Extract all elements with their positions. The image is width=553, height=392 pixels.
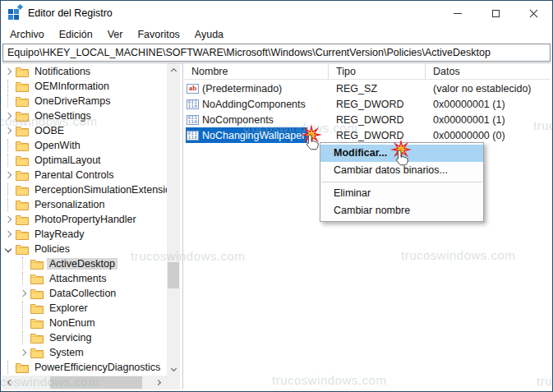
folder-icon [16, 244, 29, 255]
value-name[interactable]: NoComponents [202, 114, 274, 126]
tree-item-label[interactable]: Explorer [47, 302, 90, 314]
values-list-panel: Nombre Tipo Datos ab (Predeterminado) RE… [184, 63, 550, 389]
column-header-nombre[interactable]: Nombre [184, 63, 329, 80]
chevron-right-icon[interactable] [5, 68, 12, 75]
tree-item-label[interactable]: Policies [32, 243, 72, 255]
chevron-right-icon[interactable] [5, 172, 12, 178]
tree-item-powerefficiencydiagnostics[interactable]: PowerEfficiencyDiagnostics [2, 360, 167, 375]
chevron-right-icon[interactable] [20, 290, 26, 297]
column-header-datos[interactable]: Datos [426, 63, 550, 80]
context-menu-item-eliminar[interactable]: Eliminar [320, 185, 483, 202]
tree-item-label-selected[interactable]: ActiveDesktop [47, 258, 118, 270]
chevron-down-icon[interactable] [5, 246, 12, 252]
scroll-left-button[interactable] [2, 376, 16, 390]
folder-icon [16, 155, 29, 166]
tree-item-servicing[interactable]: Servicing [2, 330, 167, 345]
tree-item-parental-controls[interactable]: Parental Controls [2, 168, 167, 182]
tree-item-label[interactable]: NonEnum [47, 317, 98, 329]
tree-item-label[interactable]: Parental Controls [32, 169, 117, 181]
column-header-tipo[interactable]: Tipo [329, 63, 426, 80]
tree-item-openwith[interactable]: OpenWith [2, 138, 167, 153]
minimize-button[interactable] [439, 1, 477, 25]
tree-item-label[interactable]: Servicing [47, 332, 94, 344]
horizontal-scroll-thumb[interactable] [50, 376, 142, 389]
chevron-right-icon[interactable] [5, 127, 12, 134]
tree-item-system[interactable]: System [2, 345, 167, 360]
tree-item-label[interactable]: PlayReady [32, 228, 86, 240]
tree-item-label[interactable]: OOBE [32, 125, 67, 136]
tree-item-label[interactable]: OneDriveRamps [32, 95, 113, 107]
tree-item-policies[interactable]: Policies [2, 242, 167, 256]
menu-favoritos[interactable]: Favoritos [130, 27, 187, 42]
chevron-right-icon[interactable] [5, 216, 12, 223]
tree-item-personalization[interactable]: Personalization [2, 197, 167, 212]
chevron-right-icon[interactable] [5, 113, 12, 119]
registry-app-icon [8, 7, 21, 20]
tree-item-label[interactable]: Attachments [47, 273, 108, 284]
value-row-noaddingcomponents[interactable]: 011110 NoAddingComponents REG_DWORD 0x00… [184, 96, 550, 112]
value-name[interactable]: NoAddingComponents [202, 99, 306, 110]
tree-item-notifications[interactable]: Notifications [2, 64, 167, 79]
scroll-left-icon [7, 380, 13, 385]
folder-icon [30, 259, 44, 270]
menu-ver[interactable]: Ver [100, 27, 131, 42]
value-data: (valor no establecido) [426, 83, 550, 95]
menu-ayuda[interactable]: Ayuda [187, 27, 231, 42]
value-type: REG_SZ [329, 83, 426, 95]
tree-item-photopropertyhandler[interactable]: PhotoPropertyHandler [2, 212, 167, 227]
chevron-right-icon[interactable] [20, 349, 26, 356]
value-row-nocomponents[interactable]: 011110 NoComponents REG_DWORD 0x00000001… [184, 112, 550, 127]
tree-item-label[interactable]: System [47, 347, 86, 358]
tree-item-label[interactable]: OEMInformation [32, 81, 112, 92]
tree-item-label[interactable]: PowerEfficiencyDiagnostics [32, 362, 163, 373]
tree-item-oobe[interactable]: OOBE [2, 123, 167, 138]
folder-icon [16, 229, 29, 240]
registry-path: Equipo\HKEY_LOCAL_MACHINE\SOFTWARE\Micro… [7, 47, 491, 58]
context-menu-item-cambiar-datos-binarios[interactable]: Cambiar datos binarios... [320, 162, 483, 179]
scroll-up-button[interactable] [167, 63, 180, 76]
chevron-right-icon[interactable] [5, 231, 12, 238]
tree-item-perceptionsimulationextensions[interactable]: PerceptionSimulationExtensions [2, 182, 167, 197]
tree-item-label[interactable]: OptimalLayout [32, 154, 104, 166]
tree-item-label[interactable]: OneSettings [32, 110, 94, 122]
tree-horizontal-scrollbar[interactable] [2, 376, 166, 390]
folder-icon [16, 170, 29, 181]
maximize-button[interactable] [477, 1, 514, 25]
tree-item-oeminformation[interactable]: OEMInformation [2, 79, 167, 94]
tree-item-attachments[interactable]: Attachments [2, 271, 167, 286]
tree-item-label[interactable]: PerceptionSimulationExtensions [32, 184, 167, 196]
value-row-predeterminado[interactable]: ab (Predeterminado) REG_SZ (valor no est… [184, 81, 550, 96]
scroll-right-button[interactable] [153, 376, 166, 390]
folder-icon [16, 200, 29, 210]
tree-item-onesettings[interactable]: OneSettings [2, 108, 167, 123]
registry-editor-window: Editor del Registro Archivo Edición Ver … [0, 0, 553, 392]
value-name[interactable]: (Predeterminado) [202, 83, 282, 95]
tree-item-label[interactable]: PhotoPropertyHandler [32, 214, 139, 225]
tree-item-label[interactable]: Notifications [32, 66, 93, 77]
tree-vertical-scrollbar[interactable] [167, 63, 180, 376]
context-menu-item-modificar[interactable]: Modificar... [320, 145, 483, 162]
tree-item-explorer[interactable]: Explorer [2, 301, 167, 316]
menu-archivo[interactable]: Archivo [2, 27, 52, 42]
tree-item-optimallayout[interactable]: OptimalLayout [2, 153, 167, 168]
tree-item-onedriveramps[interactable]: OneDriveRamps [2, 94, 167, 108]
menu-edicion[interactable]: Edición [52, 27, 100, 42]
address-bar[interactable]: Equipo\HKEY_LOCAL_MACHINE\SOFTWARE\Micro… [2, 44, 551, 62]
tree-item-label[interactable]: DataCollection [47, 288, 118, 299]
title-bar: Editor del Registro [1, 1, 552, 25]
tree-item-playready[interactable]: PlayReady [2, 227, 167, 242]
tree-item-datacollection[interactable]: DataCollection [2, 286, 167, 301]
value-row-nochangingwallpaper[interactable]: 011110 NoChangingWallpaper REG_DWORD 0x0… [184, 127, 550, 143]
scroll-down-button[interactable] [167, 362, 180, 376]
vertical-scroll-thumb[interactable] [168, 262, 179, 288]
value-data: 0x00000001 (1) [426, 114, 550, 126]
value-name-selected[interactable]: NoChangingWallpaper [202, 130, 305, 141]
context-menu-item-cambiar-nombre[interactable]: Cambiar nombre [320, 202, 483, 219]
tree-item-nonenum[interactable]: NonEnum [2, 316, 167, 330]
panel-divider[interactable] [182, 63, 183, 389]
tree-item-label[interactable]: OpenWith [32, 140, 83, 151]
dword-value-icon: 011110 [187, 99, 199, 109]
tree-item-label[interactable]: Personalization [32, 199, 107, 210]
close-button[interactable] [514, 1, 552, 25]
tree-item-activedesktop[interactable]: ActiveDesktop [2, 256, 167, 271]
